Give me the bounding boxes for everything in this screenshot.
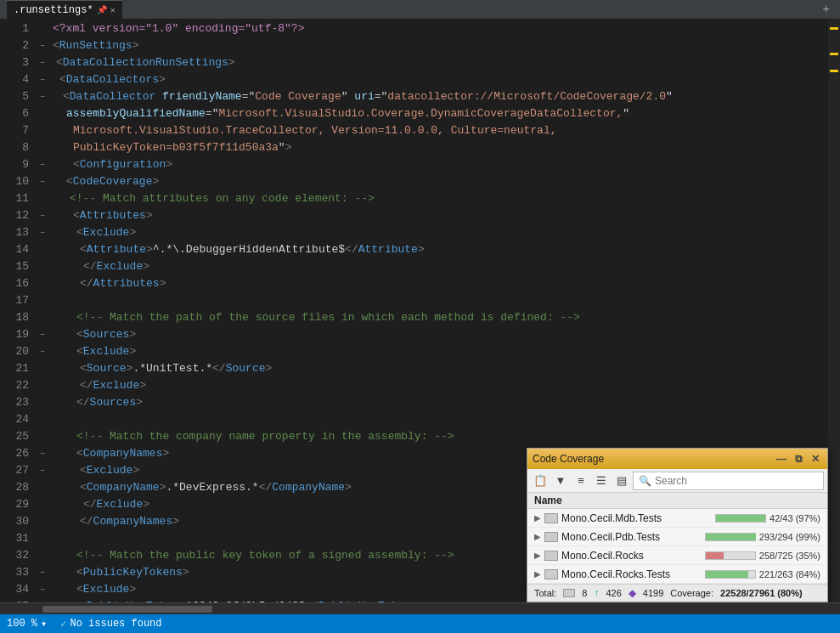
fold-indicator [36, 496, 49, 513]
fold-indicator[interactable]: − [36, 343, 49, 360]
xml-bracket: > [146, 241, 153, 258]
coverage-list-item[interactable]: ▶ Mono.Cecil.Rocks 258/725 (35%) [527, 546, 827, 565]
line-number: 19 [0, 326, 29, 343]
xml-attr: uri [354, 88, 374, 105]
fold-indicator[interactable]: − [36, 173, 49, 190]
coverage-list-item[interactable]: ▶ Mono.Cecil.Rocks.Tests 221/263 (84%) [527, 565, 827, 584]
xml-bracket: </ [80, 275, 93, 292]
xml-bracket: </ [80, 513, 93, 530]
coverage-search-box[interactable]: 🔍 [633, 472, 824, 490]
code-line: <Attributes> [53, 207, 828, 224]
scrollbar-thumb[interactable] [42, 606, 212, 613]
search-icon: 🔍 [639, 475, 651, 487]
line-number: 27 [0, 462, 29, 479]
tab-pin-icon[interactable]: 📌 [97, 5, 107, 15]
coverage-close-btn[interactable]: ✕ [809, 453, 822, 465]
coverage-group-btn[interactable]: ≡ [572, 472, 590, 490]
fold-indicator [36, 479, 49, 496]
xml-tag: DataCollectionRunSettings [63, 54, 228, 71]
xml-val: datacollector://Microsoft/CodeCoverage/2… [387, 88, 666, 105]
line-number: 24 [0, 411, 29, 428]
xml-bracket: > [152, 173, 159, 190]
horizontal-scrollbar[interactable] [0, 602, 840, 614]
xml-bracket: < [76, 224, 83, 241]
zoom-dropdown-icon[interactable]: ▾ [41, 618, 47, 630]
expand-icon[interactable]: + [820, 3, 833, 16]
xml-val: PublicKeyToken=b03f5f7f11d50a3a [73, 139, 279, 156]
coverage-columns-btn[interactable]: ☰ [592, 472, 611, 490]
fold-indicator[interactable]: − [36, 564, 49, 581]
fold-indicator[interactable]: − [36, 326, 49, 343]
fold-indicator[interactable]: − [36, 462, 49, 479]
zoom-control[interactable]: 100 % ▾ [7, 618, 47, 630]
fold-indicator[interactable]: − [36, 71, 49, 88]
xml-attr: friendlyName [162, 88, 242, 105]
xml-bracket: < [80, 598, 87, 602]
code-line: <Exclude> [53, 224, 828, 241]
code-line: <!-- Match the company name property in … [53, 428, 828, 445]
code-line: <DataCollectors> [53, 71, 828, 88]
row-expand-icon[interactable]: ▶ [534, 513, 541, 523]
coverage-toolbar: 📋 ▼ ≡ ☰ ▤ 🔍 [527, 469, 827, 493]
xml-tag: Attribute [87, 241, 146, 258]
line-number: 4 [0, 71, 29, 88]
xml-bracket: </ [259, 479, 273, 496]
coverage-restore-btn[interactable]: ⧉ [792, 453, 805, 465]
fold-indicator [36, 360, 49, 377]
coverage-header: Name [527, 493, 827, 509]
coverage-view-btn[interactable]: ▤ [612, 472, 631, 490]
fold-indicator [36, 394, 49, 411]
tab-close-icon[interactable]: ✕ [110, 5, 116, 15]
row-expand-icon[interactable]: ▶ [534, 569, 541, 579]
line-number: 28 [0, 479, 29, 496]
col-name-header: Name [534, 495, 736, 506]
footer-coverage-value: 22528/27961 (80%) [720, 588, 803, 598]
coverage-pct: 293/294 (99%) [759, 532, 820, 542]
bar-fill [706, 552, 724, 559]
xml-bracket: < [66, 173, 73, 190]
code-line: <Source>.*UnitTest.*</Source> [53, 360, 828, 377]
fold-indicator [36, 377, 49, 394]
active-tab[interactable]: .runsettings* 📌 ✕ [7, 0, 122, 19]
xml-bracket: > [172, 513, 179, 530]
row-expand-icon[interactable]: ▶ [534, 532, 541, 541]
xml-bracket: < [53, 37, 59, 54]
xml-comment: <!-- Match the public key token of a sig… [76, 547, 454, 564]
code-line: PublicKeyToken=b03f5f7f11d50a3a"> [53, 139, 828, 156]
row-expand-icon[interactable]: ▶ [534, 551, 541, 560]
xml-bracket: < [76, 445, 83, 462]
fold-indicator[interactable]: − [36, 207, 49, 224]
status-ok-icon: ✓ [60, 618, 66, 630]
xml-text: =" [206, 105, 219, 122]
xml-bracket: > [179, 598, 186, 602]
fold-indicator[interactable]: − [36, 581, 49, 598]
xml-tag: Configuration [80, 156, 166, 173]
coverage-list-item[interactable]: ▶ Mono.Cecil.Mdb.Tests 42/43 (97%) [527, 509, 827, 528]
fold-indicator[interactable]: − [36, 54, 49, 71]
coverage-filter-btn[interactable]: ▼ [551, 472, 570, 490]
fold-indicator[interactable]: − [36, 445, 49, 462]
xml-bracket: > [127, 360, 133, 377]
coverage-list-item[interactable]: ▶ Mono.Cecil.Pdb.Tests 293/294 (99%) [527, 528, 827, 546]
no-issues-status: ✓ No issues found [60, 618, 161, 630]
coverage-copy-btn[interactable]: 📋 [531, 472, 550, 490]
code-line: <CodeCoverage> [53, 173, 828, 190]
xml-val: Microsoft.VisualStudio.TraceCollector, V… [73, 122, 557, 139]
xml-text: ^.*\.DebuggerHiddenAttribute$ [153, 241, 345, 258]
fold-indicator[interactable]: − [36, 37, 49, 54]
zoom-value: 100 % [7, 618, 37, 630]
xml-attr: assemblyQualifiedName [66, 105, 206, 122]
fold-indicator[interactable]: − [36, 224, 49, 241]
xml-bracket: > [265, 360, 272, 377]
row-assembly-icon [544, 513, 558, 523]
fold-indicator[interactable]: − [36, 156, 49, 173]
line-number: 23 [0, 394, 29, 411]
title-bar-actions: + [820, 3, 833, 16]
code-line: <!-- Match the path of the source files … [53, 309, 828, 326]
line-number: 17 [0, 292, 29, 309]
coverage-minimize-btn[interactable]: — [774, 453, 789, 465]
coverage-search-input[interactable] [655, 475, 818, 487]
fold-indicator[interactable]: − [36, 88, 49, 105]
xml-bracket: < [59, 71, 66, 88]
xml-bracket: > [183, 564, 189, 581]
